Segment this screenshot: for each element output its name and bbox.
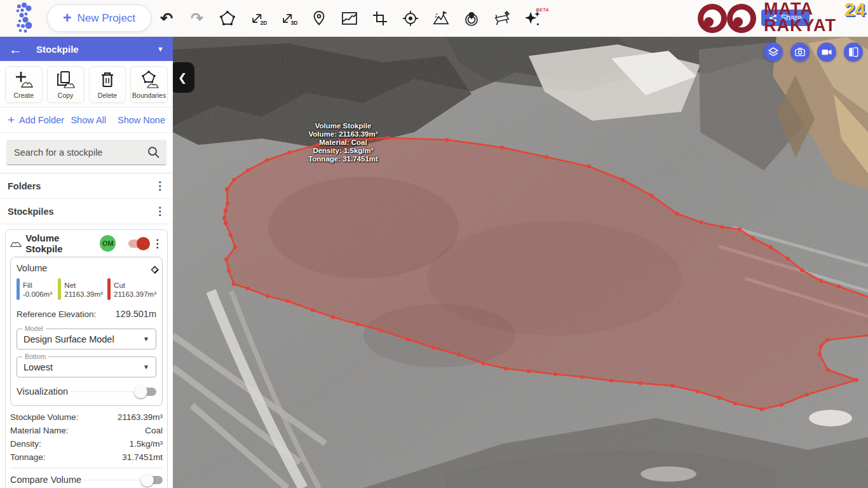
detail-row: Density:1.5kg/m³ — [10, 437, 163, 451]
chevron-down-icon[interactable]: ▼ — [157, 45, 164, 53]
ai-assist-button[interactable]: BETA — [524, 7, 541, 30]
undo-button[interactable]: ↶ — [158, 7, 175, 30]
stockpile-visibility-toggle[interactable] — [128, 240, 148, 248]
sidebar-item-folders[interactable]: Folders ⋮ — [0, 173, 173, 199]
show-all-button[interactable]: Show All — [71, 115, 106, 125]
delete-stockpile-button[interactable]: Delete — [89, 66, 126, 103]
trash-icon — [98, 70, 117, 90]
search-input[interactable] — [6, 140, 166, 165]
new-project-label: New Project — [77, 12, 135, 25]
layers-icon — [768, 46, 779, 58]
boundaries-button[interactable]: Boundaries — [130, 66, 168, 103]
sidebar: ← Stockpile ▼ Create Copy — [0, 37, 173, 488]
target-button[interactable] — [402, 7, 419, 30]
location-pin-icon — [311, 10, 327, 27]
mountain-flag-icon — [432, 10, 450, 27]
split-view-icon — [848, 46, 859, 58]
location-pin-button[interactable] — [310, 7, 328, 30]
share-icon — [769, 14, 777, 22]
crop-button[interactable] — [371, 7, 389, 30]
view-2d-button[interactable]: 2D — [249, 7, 267, 30]
visualization-toggle[interactable] — [136, 388, 156, 396]
undo-icon: ↶ — [160, 11, 173, 26]
sidebar-collapse-button[interactable]: ❮ — [173, 62, 194, 93]
stockpile-toolbar: Create Copy Delete — [0, 61, 173, 107]
plus-icon: + — [63, 11, 71, 25]
stockpile-name: Volume Stokpile — [25, 233, 96, 254]
chevron-down-icon: ▼ — [143, 336, 149, 342]
polygon-tool-button[interactable] — [219, 7, 236, 30]
view-3d-button[interactable]: 3D — [280, 7, 297, 30]
elevation-chart-icon — [341, 10, 358, 27]
terrain-button[interactable] — [432, 7, 450, 30]
plus-icon: + — [8, 113, 15, 127]
svg-text:3D: 3D — [291, 20, 298, 26]
map-controls — [764, 43, 863, 62]
model-select[interactable]: Model Design Surface Model ▼ — [17, 329, 156, 349]
crosshair-icon — [402, 10, 419, 27]
panel-title: Stockpile — [36, 44, 79, 55]
app-logo-icon — [9, 2, 42, 35]
watermark-badge: 24 — [844, 0, 865, 20]
share-label: Share — [781, 13, 802, 22]
collapse-chevron-icon[interactable] — [151, 266, 159, 274]
compare-volume-label: Compare Volume — [10, 475, 81, 485]
volume-stats: Fill -0.006m³ Net 21163.39m³ Cut 21163.3… — [17, 277, 156, 302]
search-icon[interactable] — [147, 146, 161, 159]
pentagon-icon — [219, 10, 236, 27]
detail-row: Tonnage:31.7451mt — [10, 451, 163, 464]
chevron-left-icon: ❮ — [178, 72, 187, 84]
sidebar-header: ← Stockpile ▼ — [0, 37, 173, 61]
drafting-pen-icon — [493, 10, 511, 27]
detail-row: Stockpile Volume:21163.39m³ — [10, 410, 163, 424]
kebab-menu-icon[interactable]: ⋮ — [154, 180, 165, 191]
back-arrow-icon[interactable]: ← — [9, 43, 22, 56]
camera-icon — [794, 46, 806, 58]
share-button[interactable]: Share — [761, 10, 810, 26]
watermark-eye-icon — [698, 4, 727, 33]
stockpile-icon — [10, 239, 22, 248]
kebab-menu-icon[interactable]: ⋮ — [154, 206, 165, 217]
elevation-profile-button[interactable] — [341, 7, 358, 30]
annotate-button[interactable] — [493, 7, 511, 30]
record-video-button[interactable] — [817, 43, 836, 62]
visualization-label: Visualization — [17, 386, 68, 396]
screenshot-button[interactable] — [790, 43, 810, 62]
topbar: + New Project ↶ ↷ 2D 3D — [0, 0, 868, 37]
kebab-menu-icon[interactable]: ⋮ — [152, 238, 163, 249]
new-project-button[interactable]: + New Project — [47, 4, 151, 32]
terrain-canvas — [173, 37, 868, 488]
net-stat: Net 21163.39m³ — [58, 277, 107, 302]
create-pile-icon — [13, 70, 34, 90]
split-compare-button[interactable] — [844, 43, 863, 62]
layers-button[interactable] — [764, 43, 783, 62]
stockpile-details: Stockpile Volume:21163.39m³ Material Nam… — [10, 410, 163, 468]
location-rings-icon — [463, 10, 480, 27]
app-root: + New Project ↶ ↷ 2D 3D — [0, 0, 868, 488]
copy-stockpile-button[interactable]: Copy — [47, 66, 85, 103]
volume-panel: Volume Fill -0.006m³ Net 21163.39m³ — [10, 257, 163, 406]
crop-icon — [372, 10, 388, 27]
volume-section-title: Volume — [17, 263, 47, 273]
watermark-eye-icon — [727, 4, 756, 33]
resize-2d-icon: 2D — [249, 10, 267, 27]
reference-elevation-label: Reference Elevation: — [17, 309, 96, 319]
locate-rings-button[interactable] — [463, 7, 480, 30]
compare-volume-toggle[interactable] — [142, 476, 163, 484]
fill-stat: Fill -0.006m³ — [17, 277, 58, 302]
add-folder-button[interactable]: + Add Folder — [8, 113, 64, 127]
chevron-down-icon: ▼ — [143, 363, 149, 370]
reference-elevation-value: 129.501m — [116, 309, 157, 319]
cut-stat: Cut 21163.397m³ — [107, 277, 156, 302]
create-stockpile-button[interactable]: Create — [5, 66, 43, 103]
bottom-select[interactable]: Bottom Lowest ▼ — [17, 356, 156, 377]
sidebar-item-stockpiles[interactable]: Stockpiles ⋮ — [0, 199, 173, 224]
toolbar-icons: ↶ ↷ 2D 3D — [158, 0, 541, 37]
svg-text:2D: 2D — [261, 20, 268, 26]
beta-badge: BETA — [536, 8, 549, 12]
map-viewport[interactable]: Volume Stokpile Volume: 21163.39m³ Mater… — [173, 37, 868, 488]
detail-row: Material Name:Coal — [10, 424, 163, 437]
redo-button[interactable]: ↷ — [188, 7, 206, 30]
show-none-button[interactable]: Show None — [118, 115, 165, 125]
stockpile-card: Volume Stokpile OM ⋮ Volume Fill -0.006m… — [5, 229, 168, 488]
